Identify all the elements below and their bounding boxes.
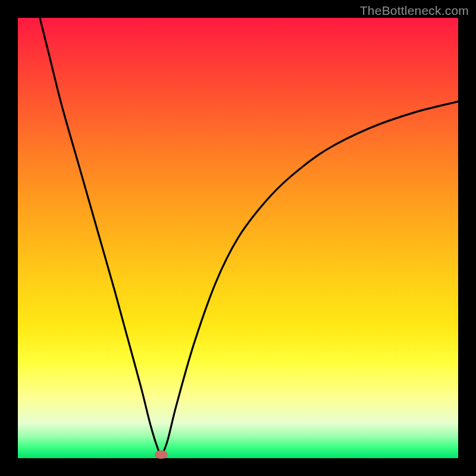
bottleneck-curve: [18, 18, 458, 458]
chart-stage: TheBottleneck.com: [0, 0, 476, 476]
plot-area: [18, 18, 458, 458]
optimal-point-marker: [155, 450, 168, 459]
watermark-text: TheBottleneck.com: [360, 4, 469, 18]
